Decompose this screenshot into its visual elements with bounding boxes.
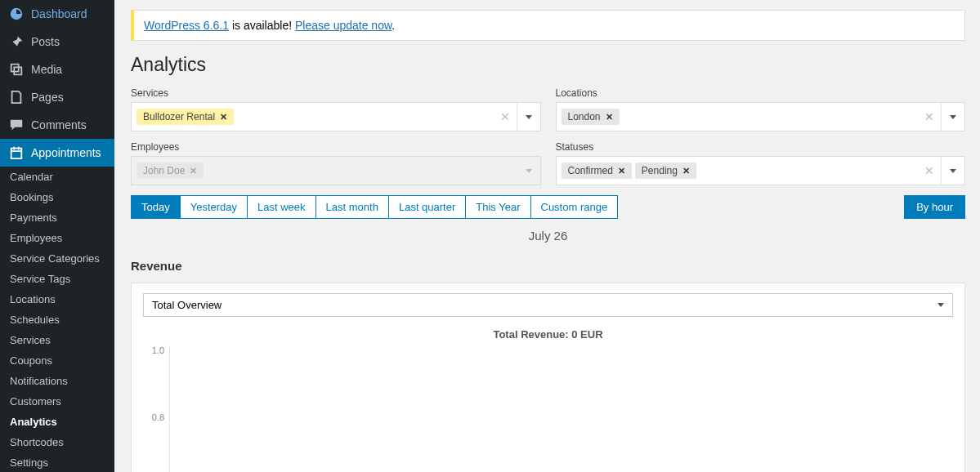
y-tick: 0.8 — [152, 412, 164, 422]
locations-select[interactable]: London✕ ✕ — [556, 102, 966, 131]
range-last-quarter[interactable]: Last quarter — [388, 195, 466, 219]
nav-posts[interactable]: Posts — [0, 28, 114, 56]
employee-chip: John Doe✕ — [136, 163, 204, 179]
chart-title: Total Revenue: 0 EUR — [143, 328, 953, 341]
sub-service-categories[interactable]: Service Categories — [0, 248, 114, 269]
statuses-select[interactable]: Confirmed✕ Pending✕ ✕ — [556, 156, 966, 185]
nav-label: Appointments — [31, 146, 101, 159]
range-today[interactable]: Today — [131, 195, 181, 219]
chip-remove-icon[interactable]: ✕ — [682, 166, 690, 176]
nav-appointments[interactable]: Appointments — [0, 139, 114, 167]
sub-notifications[interactable]: Notifications — [0, 371, 114, 391]
status-chip: Pending✕ — [635, 163, 696, 179]
chart-area: 1.0 0.8 0.6 — [143, 345, 953, 472]
chevron-down-icon — [937, 303, 944, 307]
date-label: July 26 — [131, 229, 965, 243]
update-notice: WordPress 6.6.1 is available! Please upd… — [131, 10, 965, 41]
statuses-label: Statuses — [556, 141, 966, 153]
employees-select[interactable]: John Doe✕ — [131, 156, 541, 185]
sub-services[interactable]: Services — [0, 330, 114, 350]
nav-label: Comments — [31, 118, 87, 131]
nav-label: Media — [31, 63, 62, 76]
sub-analytics[interactable]: Analytics — [0, 412, 114, 432]
media-icon — [8, 61, 25, 78]
chip-remove-icon[interactable]: ✕ — [606, 112, 613, 122]
range-last-week[interactable]: Last week — [247, 195, 316, 219]
service-chip: Bulldozer Rental✕ — [136, 109, 234, 125]
plot-area — [169, 345, 953, 472]
clear-icon[interactable]: ✕ — [918, 110, 941, 123]
comment-icon — [8, 117, 25, 133]
by-hour-button[interactable]: By hour — [904, 195, 965, 219]
sub-schedules[interactable]: Schedules — [0, 309, 114, 330]
sub-employees[interactable]: Employees — [0, 228, 114, 248]
chevron-down-icon[interactable] — [941, 157, 964, 185]
sub-locations[interactable]: Locations — [0, 289, 114, 309]
location-chip: London✕ — [562, 109, 620, 125]
calendar-icon — [8, 145, 25, 161]
y-axis: 1.0 0.8 0.6 — [143, 345, 169, 472]
nav-pages[interactable]: Pages — [0, 83, 114, 111]
sub-shortcodes[interactable]: Shortcodes — [0, 432, 114, 452]
chip-remove-icon[interactable]: ✕ — [190, 166, 197, 176]
chip-remove-icon[interactable]: ✕ — [618, 166, 625, 176]
nav-dashboard[interactable]: Dashboard — [0, 0, 114, 28]
revenue-title: Revenue — [131, 259, 965, 273]
update-now-link[interactable]: Please update now — [295, 19, 392, 32]
sub-payments[interactable]: Payments — [0, 207, 114, 228]
sub-settings[interactable]: Settings — [0, 452, 114, 472]
chevron-down-icon[interactable] — [517, 103, 540, 131]
employees-label: Employees — [131, 141, 541, 153]
chart-card: Total Overview Total Revenue: 0 EUR 1.0 … — [131, 283, 965, 472]
pin-icon — [8, 33, 25, 50]
range-custom[interactable]: Custom range — [530, 195, 619, 219]
range-yesterday[interactable]: Yesterday — [180, 195, 248, 219]
y-tick: 1.0 — [152, 345, 164, 355]
chip-remove-icon[interactable]: ✕ — [220, 112, 227, 122]
overview-select[interactable]: Total Overview — [143, 293, 953, 317]
clear-icon[interactable]: ✕ — [918, 164, 941, 177]
nav-media[interactable]: Media — [0, 56, 114, 83]
services-label: Services — [131, 87, 541, 99]
chevron-down-icon[interactable] — [517, 157, 540, 185]
status-chip: Confirmed✕ — [562, 163, 632, 179]
range-this-year[interactable]: This Year — [465, 195, 530, 219]
page-icon — [8, 89, 25, 105]
range-last-month[interactable]: Last month — [315, 195, 389, 219]
notice-text: is available! — [229, 19, 295, 32]
overview-value: Total Overview — [152, 299, 222, 311]
nav-label: Pages — [31, 91, 64, 104]
sub-coupons[interactable]: Coupons — [0, 350, 114, 371]
nav-label: Posts — [31, 35, 60, 48]
sub-bookings[interactable]: Bookings — [0, 187, 114, 207]
dashboard-icon — [8, 6, 25, 22]
chevron-down-icon[interactable] — [941, 103, 964, 131]
sub-calendar[interactable]: Calendar — [0, 167, 114, 187]
nav-label: Dashboard — [31, 7, 87, 20]
nav-comments[interactable]: Comments — [0, 111, 114, 139]
locations-label: Locations — [556, 87, 966, 99]
sub-service-tags[interactable]: Service Tags — [0, 269, 114, 289]
wp-version-link[interactable]: WordPress 6.6.1 — [144, 19, 229, 32]
services-select[interactable]: Bulldozer Rental✕ ✕ — [131, 102, 541, 131]
page-title: Analytics — [131, 54, 965, 76]
sub-customers[interactable]: Customers — [0, 391, 114, 412]
clear-icon[interactable]: ✕ — [494, 110, 517, 123]
